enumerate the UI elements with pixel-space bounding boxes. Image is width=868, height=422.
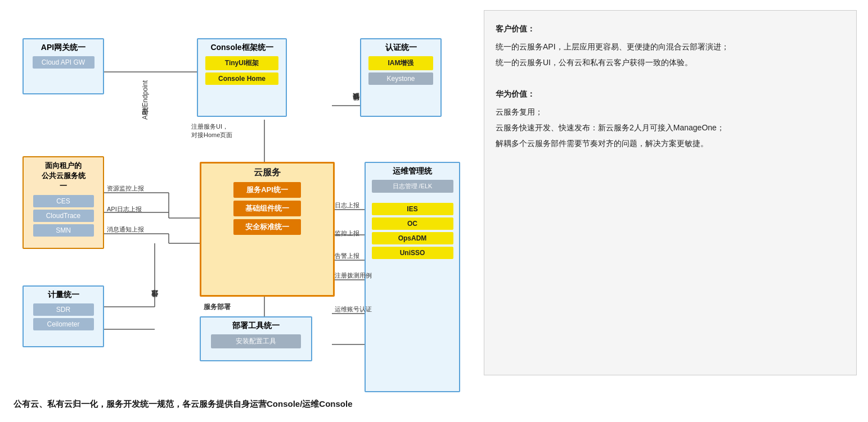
tenant-item-1: CloudTrace — [33, 210, 94, 222]
register-example-label: 注册拨测用例 — [335, 271, 372, 280]
tenant-item-0: CES — [33, 195, 94, 207]
cloud-service-item-2: 安全标准统一 — [233, 219, 301, 235]
ops-item-yellow-3: UniSSO — [372, 247, 453, 259]
msg-notify-label: 消息通知上报 — [107, 225, 144, 234]
api-gateway-title: API网关统一 — [28, 43, 98, 53]
huawei-value-line-2: 解耦多个云服务部件需要节奏对齐的问题，解决方案更敏捷。 — [496, 135, 845, 151]
register-ui-label: 注册服务UI，对接Home页面 — [191, 122, 242, 140]
api-log-label: API日志上报 — [107, 205, 142, 214]
huawei-value-body: 云服务复用； 云服务快速开发、快速发布：新云服务2人月可接入ManageOne；… — [496, 104, 845, 151]
tenant-title: 面向租户的公共云服务统一 — [28, 161, 98, 192]
cloud-service-box: 云服务 服务API统一 基础组件统一 安全标准统一 — [200, 162, 335, 297]
main-container: API网关统一 Cloud API GW Console框架统一 TinyUI框… — [11, 10, 857, 410]
console-framework-title: Console框架统一 — [203, 43, 281, 53]
console-item-1: Console Home — [205, 72, 278, 85]
register-api-label: 注册API Endpoint — [141, 80, 150, 120]
auth-item-0: IAM增强 — [368, 56, 433, 70]
customer-value-line-1: 统一的云服务UI，公有云和私有云客户获得一致的体验。 — [496, 55, 845, 70]
resource-monitor-label: 资源监控上报 — [107, 184, 144, 193]
diagram-area: API网关统一 Cloud API GW Console框架统一 TinyUI框… — [11, 10, 478, 387]
ops-item-yellow-0: IES — [372, 203, 453, 215]
register-api-label-container: 注册API Endpoint — [137, 44, 154, 156]
huawei-value-line-0: 云服务复用； — [496, 104, 845, 120]
service-deploy-label: 服务部署 — [204, 302, 231, 312]
ops-title: 运维管理统 — [370, 166, 455, 176]
ops-item-gray-0: 日志管理 /ELK — [372, 180, 453, 193]
auth-item-1: Keystone — [368, 72, 433, 85]
tenant-auth-label-container: 租户认证协议对接 — [348, 44, 365, 167]
ops-auth-label: 运维账号认证 — [335, 305, 372, 314]
monitor-report-label: 监控上报 — [335, 229, 359, 238]
huawei-value-line-1: 云服务快速开发、快速发布：新云服务2人月可接入ManageOne； — [496, 120, 845, 135]
huawei-value-title: 华为价值： — [496, 86, 845, 102]
ops-item-yellow-1: OC — [372, 217, 453, 230]
console-framework-box: Console框架统一 TinyUI框架 Console Home — [197, 38, 287, 117]
measure-item-0: SDR — [33, 303, 94, 316]
deploy-title: 部署工具统一 — [205, 321, 307, 331]
top-area: API网关统一 Cloud API GW Console框架统一 TinyUI框… — [11, 10, 857, 387]
cloud-service-item-1: 基础组件统一 — [233, 201, 301, 216]
tenant-box: 面向租户的公共云服务统一 CES CloudTrace SMN — [23, 156, 104, 249]
auth-title: 认证统一 — [366, 43, 436, 53]
measure-title: 计量统一 — [28, 290, 98, 300]
footer-text: 公有云、私有云归一化，服务开发统一规范，各云服务提供自身运营Console/运维… — [11, 399, 857, 410]
customer-value-line-0: 统一的云服务API，上层应用更容易、更便捷的向混合云部署演进； — [496, 39, 845, 55]
api-gateway-item: Cloud API GW — [33, 56, 95, 69]
deploy-item-0: 安装配置工具 — [211, 334, 301, 348]
info-panel: 客户价值： 统一的云服务API，上层应用更容易、更便捷的向混合云部署演进； 统一… — [484, 10, 857, 375]
ops-item-yellow-2: OpsADM — [372, 232, 453, 244]
customer-value-body: 统一的云服务API，上层应用更容易、更便捷的向混合云部署演进； 统一的云服务UI… — [496, 39, 845, 70]
alarm-report-label: 告警上报 — [335, 252, 359, 260]
meter-report-container: 上报计量信息 — [146, 257, 163, 347]
deploy-box: 部署工具统一 安装配置工具 — [200, 316, 312, 361]
api-gateway-box: API网关统一 Cloud API GW — [23, 38, 104, 94]
auth-box: 认证统一 IAM增强 Keystone — [360, 38, 442, 117]
customer-value-title: 客户价值： — [496, 21, 845, 37]
tenant-item-2: SMN — [33, 224, 94, 237]
cloud-service-title: 云服务 — [206, 167, 329, 179]
log-report-label: 日志上报 — [335, 201, 359, 210]
console-item-0: TinyUI框架 — [205, 56, 278, 70]
measure-box: 计量统一 SDR Ceilometer — [23, 285, 104, 347]
cloud-service-item-0: 服务API统一 — [233, 182, 301, 198]
measure-item-1: Ceilometer — [33, 318, 94, 330]
ops-box: 运维管理统 日志管理 /ELK IES OC OpsADM UniSSO — [365, 162, 460, 392]
